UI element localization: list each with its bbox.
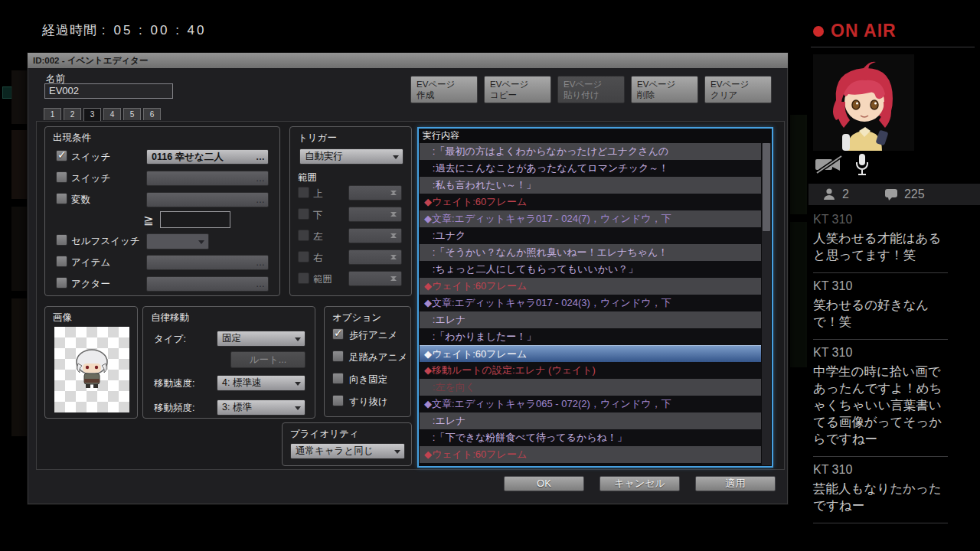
exec-command-row[interactable]: ◆文章:エディットキャラ065 - 072(2)，ウィンドウ，下: [420, 396, 761, 412]
event-editor-dialog: ID:002 - イベントエディター 名前 EV002 EVページ 作成 EVペ…: [27, 52, 789, 505]
image-title: 画像: [53, 311, 72, 324]
switch1-checkbox[interactable]: [56, 150, 67, 161]
exec-command-row[interactable]: :過去にこんなことがあったなんてロマンチック～！: [420, 160, 761, 177]
chat-message: KT 310 笑わせるの好きなんで！笑: [813, 273, 948, 340]
exec-command-row[interactable]: :ユナク: [420, 227, 761, 244]
ev-page-button[interactable]: EVページ 削除: [631, 76, 698, 103]
item-value-field[interactable]: …: [146, 255, 269, 270]
ev-page-button[interactable]: EVページ コピー: [484, 76, 551, 103]
range-spinner[interactable]: [348, 185, 402, 201]
exec-command-row[interactable]: :「そうかい？なんか照れ臭いねー！エレナちゃん！: [420, 244, 761, 261]
self-switch-label: セルフスイッチ: [71, 235, 140, 248]
exec-command-row[interactable]: ◆文章:エディットキャラ017 - 024(3)，ウィンドウ，下: [420, 295, 761, 311]
option-checkbox[interactable]: [332, 328, 344, 340]
event-page-tab[interactable]: 5: [123, 108, 141, 120]
exec-command-row[interactable]: :「最初の方はよくわからなかったけどユナクさんの: [420, 143, 761, 160]
event-page-tab[interactable]: 6: [143, 108, 161, 120]
variable-checkbox[interactable]: [56, 193, 67, 204]
trigger-title: トリガー: [298, 132, 337, 145]
route-button[interactable]: ルート...: [230, 351, 305, 368]
execution-content-box: 実行内容 :「最初の方はよくわからなかったけどユナクさんの :過去にこんなことが…: [417, 127, 773, 468]
exec-command-row[interactable]: :エレナ: [420, 412, 761, 429]
exec-scrollbar-thumb[interactable]: [763, 143, 770, 231]
ev-page-button[interactable]: EVページ 作成: [410, 76, 478, 103]
avatar-illustration: [813, 54, 914, 151]
range-spinner[interactable]: [348, 271, 402, 286]
movement-speed-select[interactable]: 4: 標準速: [217, 375, 305, 391]
footer-button[interactable]: キャンセル: [599, 476, 680, 491]
chat-message: KT 310 人笑わせる才能はあると思ってます！笑: [813, 207, 948, 273]
range-spinner[interactable]: [348, 228, 402, 243]
conditions-title: 出現条件: [53, 132, 91, 145]
ev-page-button[interactable]: EVページ クリア: [704, 76, 772, 103]
option-row: すり抜け: [325, 393, 410, 416]
ev-page-button[interactable]: EVページ 貼り付け: [557, 76, 625, 103]
range-checkbox[interactable]: [298, 187, 309, 198]
movement-title: 自律移動: [151, 311, 189, 324]
trigger-range-row: 下: [290, 207, 411, 228]
stream-device-icons: [815, 153, 870, 176]
switch2-value-field[interactable]: …: [146, 171, 269, 186]
streamer-avatar: [813, 54, 914, 151]
range-checkbox[interactable]: [298, 251, 309, 262]
event-page-tabs: 1 2 3 4 5 6: [44, 108, 161, 122]
ellipsis-icon: …: [256, 150, 265, 164]
self-switch-select[interactable]: [146, 233, 209, 249]
footer-button[interactable]: OK: [504, 476, 584, 491]
range-checkbox[interactable]: [298, 230, 309, 241]
event-page-tab[interactable]: 2: [64, 108, 81, 120]
character-image-preview[interactable]: [54, 327, 129, 412]
range-spinner[interactable]: [348, 249, 402, 265]
exec-command-row[interactable]: :「わかりましたー！」: [420, 328, 761, 345]
event-name-input[interactable]: EV002: [44, 83, 173, 99]
option-row: 向き固定: [325, 371, 410, 393]
exec-command-row[interactable]: ◆ウェイト:60フレーム: [420, 194, 761, 210]
switch2-checkbox[interactable]: [56, 171, 67, 183]
background-game-sliver: [790, 115, 807, 214]
exec-scrollbar[interactable]: [762, 143, 771, 465]
item-checkbox[interactable]: [56, 256, 67, 267]
option-row: 足踏みアニメ: [325, 349, 410, 371]
footer-button[interactable]: 適用: [695, 476, 776, 491]
range-spinner[interactable]: [348, 207, 402, 222]
option-checkbox[interactable]: [332, 395, 344, 406]
exec-command-row[interactable]: :私も言われたい～！」: [420, 177, 761, 194]
exec-command-row[interactable]: ◆移動ルートの設定:エレナ (ウェイト): [420, 362, 761, 379]
range-checkbox[interactable]: [298, 208, 309, 220]
actor-checkbox[interactable]: [56, 277, 67, 289]
variable-threshold-input[interactable]: [160, 211, 230, 228]
trigger-group: トリガー 自動実行 範囲 上 下 左 右: [289, 126, 412, 296]
exec-command-row[interactable]: ◆ウェイト:60フレーム: [420, 278, 761, 295]
trigger-select[interactable]: 自動実行: [299, 148, 403, 165]
event-page-tab[interactable]: 1: [44, 108, 61, 120]
exec-command-row[interactable]: ◆文章:エディットキャラ017 - 024(7)，ウィンドウ，下: [420, 210, 761, 227]
exec-command-row[interactable]: :「下できな粉餅食べて待ってるからね！」: [420, 429, 761, 446]
option-checkbox[interactable]: [332, 350, 344, 362]
range-checkbox[interactable]: [298, 272, 309, 284]
chat-list: KT 310 人笑わせる才能はあると思ってます！笑 KT 310 笑わせるの好き…: [813, 207, 948, 523]
chat-message: KT 310 芸能人もなりたかったですねー: [813, 457, 948, 523]
on-air-label: ON AIR: [831, 21, 897, 41]
variable-value-field[interactable]: …: [146, 192, 269, 207]
trigger-range-row: 右: [290, 249, 411, 271]
movement-freq-select[interactable]: 3: 標準: [217, 399, 305, 416]
priority-select[interactable]: 通常キャラと同じ: [290, 443, 405, 459]
switch1-value-field[interactable]: 0116 幸せな二人…: [146, 149, 269, 165]
camera-off-icon: [815, 155, 844, 174]
actor-value-field[interactable]: …: [146, 276, 269, 292]
on-air-dot-icon: [813, 26, 824, 37]
movement-type-select[interactable]: 固定: [217, 331, 305, 347]
chat-text: 笑わせるの好きなんで！笑: [813, 296, 948, 330]
comments-count: 225: [904, 187, 925, 201]
trigger-range-row: 左: [290, 228, 411, 249]
option-checkbox[interactable]: [332, 373, 344, 384]
exec-command-row[interactable]: ◆ウェイト:60フレーム: [420, 345, 761, 362]
elapsed-time-value: 05 : 00 : 40: [113, 23, 206, 37]
exec-command-row[interactable]: :左を向く: [420, 379, 761, 396]
exec-command-row[interactable]: :ちょっと二人にしてもらってもいいかい？」: [420, 261, 761, 278]
event-page-tab[interactable]: 4: [103, 108, 121, 120]
exec-command-row[interactable]: ◆ウェイト:60フレーム: [420, 446, 761, 463]
self-switch-checkbox[interactable]: [56, 234, 67, 246]
exec-command-row[interactable]: :エレナ: [420, 311, 761, 328]
event-page-tab[interactable]: 3: [83, 108, 101, 122]
